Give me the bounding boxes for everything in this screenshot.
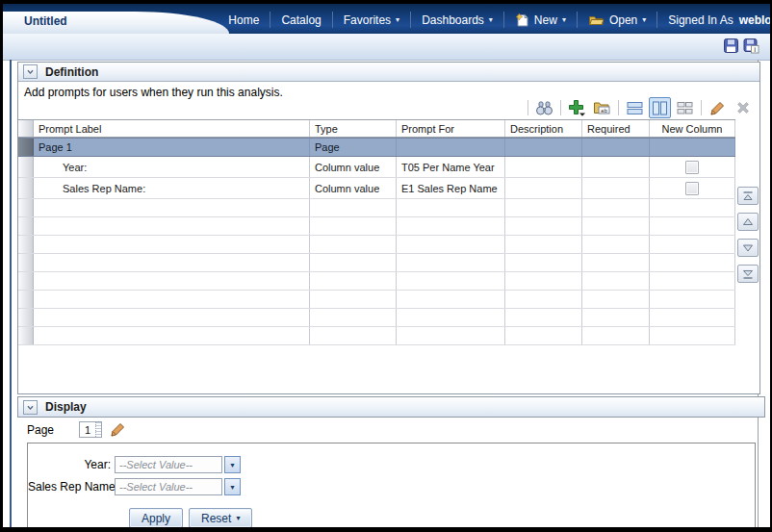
page-label: Page xyxy=(27,423,54,437)
nav-favorites[interactable]: Favorites ▾ xyxy=(333,12,411,28)
prompt-label-cell: Year: xyxy=(34,157,310,177)
type-cell: Column value xyxy=(310,178,397,198)
col-header-prompt-for: Prompt For xyxy=(397,120,505,137)
col-header-required: Required xyxy=(582,120,650,137)
nav-open[interactable]: Open ▾ xyxy=(578,12,657,28)
preview-binoculars-button[interactable] xyxy=(533,97,555,118)
move-to-bottom-button[interactable] xyxy=(737,265,759,283)
new-document-icon xyxy=(515,13,529,28)
prompt-for-cell xyxy=(397,139,505,156)
wrap-layout-button[interactable] xyxy=(674,97,696,118)
nav-open-label: Open xyxy=(609,13,637,27)
collapse-display-button[interactable] xyxy=(23,400,38,415)
toolbar-separator xyxy=(618,100,619,115)
prompt-for-cell: T05 Per Name Year xyxy=(397,157,505,177)
year-dropdown-button[interactable]: ▼ xyxy=(224,456,241,473)
new-column-checkbox[interactable] xyxy=(685,182,699,195)
nav-catalog-label: Catalog xyxy=(281,13,321,27)
row-gutter xyxy=(18,157,34,177)
table-row-empty xyxy=(18,327,735,345)
required-cell xyxy=(582,178,650,198)
table-row-page-1[interactable]: Page 1 Page xyxy=(18,138,735,157)
prompt-label-cell: Sales Rep Name: xyxy=(34,178,310,198)
chevron-down-icon: ▾ xyxy=(236,514,240,522)
open-folder-icon xyxy=(588,13,605,27)
edit-pencil-button[interactable] xyxy=(707,97,729,118)
prompt-preview-box: Year: --Select Value-- ▼ Sales Rep Name:… xyxy=(27,443,756,527)
table-row-year[interactable]: Year: Column value T05 Per Name Year xyxy=(18,157,735,178)
delete-x-button[interactable] xyxy=(732,97,754,118)
display-title: Display xyxy=(45,400,87,414)
nav-catalog[interactable]: Catalog xyxy=(270,12,332,28)
signed-in-as[interactable]: Signed In As weblogic xyxy=(657,12,770,28)
toolbar-separator xyxy=(528,100,528,115)
row-gutter xyxy=(18,120,34,137)
description-cell xyxy=(505,139,582,156)
page-left-border xyxy=(10,60,12,527)
svg-text:I: I xyxy=(754,46,756,54)
new-column-cell xyxy=(650,178,735,198)
insert-variable-button[interactable]: ab xyxy=(591,97,613,118)
prompts-table: Prompt Label Type Prompt For Description… xyxy=(18,119,735,345)
move-down-button[interactable] xyxy=(737,239,759,257)
table-row-empty xyxy=(18,272,735,291)
year-select-input[interactable]: --Select Value-- xyxy=(115,456,222,473)
chevron-down-icon: ▾ xyxy=(396,16,399,24)
prompt-for-cell: E1 Sales Rep Name xyxy=(397,178,505,198)
spinner-handle[interactable] xyxy=(95,422,101,437)
move-up-button[interactable] xyxy=(737,213,759,231)
sales-rep-select-input[interactable]: --Select Value-- xyxy=(115,478,222,495)
global-nav: Home Catalog Favorites ▾ Dashboards ▾ xyxy=(218,11,770,29)
page-selector-row: Page 1 xyxy=(27,421,126,438)
new-column-cell xyxy=(650,139,735,156)
col-header-type: Type xyxy=(310,120,397,137)
preview-buttons-row: Apply Reset ▾ xyxy=(129,508,755,527)
apply-button[interactable]: Apply xyxy=(129,508,183,527)
table-row-sales-rep-name[interactable]: Sales Rep Name: Column value E1 Sales Re… xyxy=(18,178,735,199)
toolbar-separator xyxy=(560,100,561,115)
edit-page-pencil-button[interactable] xyxy=(110,421,126,438)
save-as-button[interactable]: I xyxy=(743,38,759,54)
row-gutter xyxy=(18,139,34,156)
type-cell: Page xyxy=(310,139,397,156)
new-column-cell xyxy=(650,157,735,177)
tab-untitled[interactable]: Untitled xyxy=(3,12,229,34)
col-header-new-column: New Column xyxy=(650,120,735,137)
collapse-definition-button[interactable] xyxy=(23,64,38,79)
sales-rep-prompt-row: Sales Rep Name: --Select Value-- ▼ xyxy=(28,478,755,495)
nav-new[interactable]: New ▾ xyxy=(504,12,578,28)
table-row-empty xyxy=(18,199,735,217)
page-number-spinner[interactable]: 1 xyxy=(79,421,102,438)
apply-button-label: Apply xyxy=(142,512,170,525)
type-cell: Column value xyxy=(310,157,397,177)
save-button[interactable] xyxy=(723,38,739,54)
nav-dashboards-label: Dashboards xyxy=(422,13,484,27)
table-row-empty xyxy=(18,217,735,236)
chevron-down-icon: ▾ xyxy=(642,16,646,24)
table-row-empty xyxy=(18,236,735,254)
top-navbar: Untitled Home Catalog Favorites ▾ Dashbo… xyxy=(3,4,770,34)
definition-title: Definition xyxy=(45,65,98,79)
nav-home[interactable]: Home xyxy=(218,12,270,28)
definition-toolbar: ab xyxy=(526,97,754,118)
new-prompt-button[interactable] xyxy=(566,97,588,118)
reset-button[interactable]: Reset ▾ xyxy=(189,508,252,527)
new-column-checkbox[interactable] xyxy=(685,161,699,174)
move-to-top-button[interactable] xyxy=(737,187,759,205)
sales-rep-dropdown-button[interactable]: ▼ xyxy=(224,478,241,495)
column-layout-button[interactable] xyxy=(649,97,671,118)
definition-instruction: Add prompts for users when they run this… xyxy=(24,86,283,99)
definition-panel: Definition Add prompts for users when th… xyxy=(17,62,760,394)
year-prompt-row: Year: --Select Value-- ▼ xyxy=(28,456,755,473)
sales-rep-prompt-label: Sales Rep Name: xyxy=(28,480,111,494)
page-number-value: 1 xyxy=(80,424,95,436)
nav-home-label: Home xyxy=(228,13,259,27)
nav-favorites-label: Favorites xyxy=(344,13,391,27)
nav-dashboards[interactable]: Dashboards ▾ xyxy=(411,12,504,28)
col-header-description: Description xyxy=(505,120,582,137)
toolbar-separator xyxy=(701,100,702,115)
table-row-empty xyxy=(18,254,735,272)
required-cell xyxy=(582,139,650,156)
table-row-empty xyxy=(18,291,735,309)
row-layout-button[interactable] xyxy=(624,97,646,118)
